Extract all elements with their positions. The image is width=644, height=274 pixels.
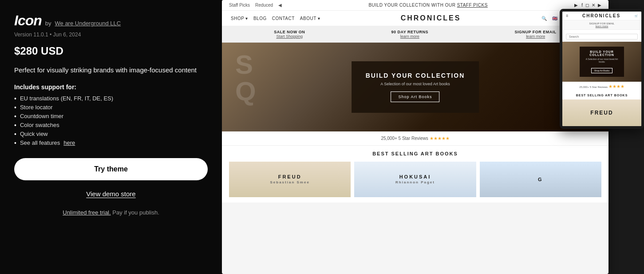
nav-about[interactable]: ABOUT ▾ bbox=[300, 16, 320, 21]
nav-blog[interactable]: BLOG bbox=[253, 16, 267, 21]
mobile-menu-icon: ☰ bbox=[566, 14, 568, 17]
mobile-product-freud[interactable]: FREUD bbox=[562, 99, 641, 126]
mobile-reviews: 25,000+ 5 Star Reviews ★★★★ bbox=[562, 82, 641, 91]
price: $280 USD bbox=[14, 45, 208, 57]
product-name-g: G bbox=[536, 176, 545, 183]
hero-cta-title: BUILD YOUR COLLECTION bbox=[366, 72, 465, 79]
nav-left: SHOP ▾ BLOG CONTACT ABOUT ▾ bbox=[231, 16, 320, 21]
sale-title-0: SALE NOW ON bbox=[274, 30, 305, 34]
try-theme-button[interactable]: Try theme bbox=[14, 158, 208, 180]
feature-countdown: Countdown timer bbox=[14, 112, 208, 121]
hero-cta-sub: A Selection of our most loved Art books bbox=[366, 82, 465, 86]
reviews-bar: 25,000+ 5 Star Reviews ★★★★★ bbox=[222, 131, 608, 146]
browser-main-mockup: Staff Picks Reduced ◀ BUILD YOUR COLLECT… bbox=[222, 0, 608, 274]
hero-cta-box: BUILD YOUR COLLECTION A Selection of our… bbox=[352, 61, 479, 113]
mobile-sale-banner: SIGNUP FOR EMAIL learn more bbox=[562, 20, 641, 30]
company-link[interactable]: We are Underground LLC bbox=[55, 20, 121, 27]
mobile-logo: CHRONICLES bbox=[582, 13, 620, 18]
sale-banner: SALE NOW ON Start Shopping 90 DAY RETURN… bbox=[222, 26, 608, 43]
nav-contact[interactable]: CONTACT bbox=[272, 16, 295, 21]
reduced-link: Reduced bbox=[255, 3, 273, 8]
features-list: EU translations (EN, FR, IT, DE, ES) Sto… bbox=[14, 94, 208, 147]
by-label: by bbox=[45, 20, 51, 27]
feature-all: See all features here bbox=[14, 139, 208, 147]
announce-right: ▶ f ◻ ✕ ▶ bbox=[574, 3, 601, 8]
instagram-icon: ◻ bbox=[585, 3, 589, 8]
nav-shop[interactable]: SHOP ▾ bbox=[231, 16, 248, 21]
section-title: BEST SELLING ART BOOKS bbox=[229, 151, 601, 156]
mobile-product-name-freud: FREUD bbox=[590, 110, 613, 116]
reviews-text: 25,000+ 5 Star Reviews bbox=[381, 136, 428, 141]
product-name-freud: FREUD bbox=[270, 173, 309, 180]
sale-item-2: SIGNUP FOR EMAIL learn more bbox=[514, 30, 556, 39]
product-img-hokusai: HOKUSAI Rhiannon Paget bbox=[354, 162, 476, 197]
twitter-icon: ✕ bbox=[592, 3, 595, 8]
mobile-stars: ★★★★ bbox=[608, 84, 624, 89]
left-panel: Icon by We are Underground LLC Version 1… bbox=[0, 0, 222, 274]
youtube-icon: ▶ bbox=[598, 3, 601, 8]
mobile-search bbox=[562, 30, 641, 42]
product-img-freud: FREUD Sebastian Smee bbox=[229, 162, 351, 197]
announce-nav-links: Staff Picks Reduced ◀ bbox=[229, 3, 282, 8]
features-link[interactable]: here bbox=[63, 139, 75, 146]
product-img-g: G bbox=[480, 162, 601, 197]
mobile-hero-btn[interactable]: Shop Art Books bbox=[591, 68, 612, 73]
hero-area: SQ BUILD YOUR COLLECTION A Selection of … bbox=[222, 43, 608, 131]
mobile-announce-bar: ☰ CHRONICLES 🛒 bbox=[562, 12, 641, 20]
app-title-row: Icon by We are Underground LLC bbox=[14, 12, 208, 29]
mobile-hero-box: BUILD YOUR COLLECTION A Selection of our… bbox=[580, 47, 624, 77]
flag-icon: 🇬🇧 bbox=[552, 16, 557, 21]
includes-heading: Includes support for: bbox=[14, 83, 208, 91]
product-sub-hokusai: Rhiannon Paget bbox=[395, 180, 435, 186]
sale-link-1[interactable]: learn more bbox=[391, 34, 429, 39]
arrow-right-icon: ▶ bbox=[574, 3, 578, 8]
app-title: Icon bbox=[14, 12, 42, 29]
feature-eu: EU translations (EN, FR, IT, DE, ES) bbox=[14, 94, 208, 103]
sale-item-0: SALE NOW ON Start Shopping bbox=[274, 30, 305, 39]
social-icons: f ◻ ✕ ▶ bbox=[581, 3, 601, 8]
product-name-hokusai: HOKUSAI bbox=[395, 173, 435, 180]
product-card-g[interactable]: G bbox=[480, 162, 601, 197]
mobile-hero-sub: A Selection of our most loved Art books bbox=[584, 58, 620, 63]
tagline: Perfect for visually striking brands wit… bbox=[14, 65, 208, 75]
mobile-cart-icon: 🛒 bbox=[635, 14, 638, 17]
sale-link-2[interactable]: learn more bbox=[514, 34, 556, 39]
product-card-freud[interactable]: FREUD Sebastian Smee bbox=[229, 162, 351, 197]
preview-container: Staff Picks Reduced ◀ BUILD YOUR COLLECT… bbox=[222, 0, 644, 274]
announce-bar: Staff Picks Reduced ◀ BUILD YOUR COLLECT… bbox=[222, 0, 608, 11]
arrow-left-icon: ◀ bbox=[278, 3, 282, 8]
staff-picks-link: Staff Picks bbox=[229, 3, 250, 8]
product-sub-freud: Sebastian Smee bbox=[270, 180, 309, 186]
mobile-search-input[interactable] bbox=[566, 34, 638, 40]
mobile-hero-title: BUILD YOUR COLLECTION bbox=[584, 50, 620, 56]
announce-center: BUILD YOUR COLLECTION WITH OUR STAFF PIC… bbox=[368, 3, 487, 8]
store-logo: CHRONICLES bbox=[329, 14, 532, 22]
search-icon[interactable]: 🔍 bbox=[541, 16, 547, 21]
sale-link-0[interactable]: Start Shopping bbox=[274, 34, 305, 39]
product-grid: FREUD Sebastian Smee HOKUSAI Rhiannon Pa… bbox=[229, 162, 601, 197]
hero-overlay-text: SQ bbox=[235, 52, 255, 105]
feature-swatches: Color swatches bbox=[14, 121, 208, 130]
right-panel: Staff Picks Reduced ◀ BUILD YOUR COLLECT… bbox=[222, 0, 644, 274]
stars: ★★★★★ bbox=[430, 136, 450, 141]
hero-cta-button[interactable]: Shop Art Books bbox=[391, 91, 439, 102]
view-demo-button[interactable]: View demo store bbox=[14, 186, 208, 202]
feature-quickview: Quick view bbox=[14, 130, 208, 139]
mobile-reviews-text: 25,000+ 5 Star Reviews bbox=[579, 86, 608, 88]
mobile-mockup: ☰ CHRONICLES 🛒 SIGNUP FOR EMAIL learn mo… bbox=[560, 9, 644, 129]
mobile-sale-link[interactable]: learn more bbox=[596, 25, 608, 28]
mobile-section-title: BEST SELLING ART BOOKS bbox=[562, 91, 641, 99]
product-card-hokusai[interactable]: HOKUSAI Rhiannon Paget bbox=[354, 162, 476, 197]
sale-item-1: 90 DAY RETURNS learn more bbox=[391, 30, 429, 39]
staff-picks-bold: STAFF PICKS bbox=[457, 3, 488, 8]
store-nav: SHOP ▾ BLOG CONTACT ABOUT ▾ CHRONICLES 🔍… bbox=[222, 11, 608, 26]
product-section: BEST SELLING ART BOOKS FREUD Sebastian S… bbox=[222, 146, 608, 203]
sale-title-2: SIGNUP FOR EMAIL bbox=[514, 30, 556, 34]
unlimited-trial-link[interactable]: Unlimited free trial. bbox=[63, 209, 111, 216]
feature-store: Store locator bbox=[14, 103, 208, 112]
facebook-icon: f bbox=[581, 3, 583, 8]
mobile-hero: BUILD YOUR COLLECTION A Selection of our… bbox=[562, 42, 641, 82]
version-line: Version 11.0.1 • Jun 6, 2024 bbox=[14, 32, 208, 38]
sale-title-1: 90 DAY RETURNS bbox=[391, 30, 429, 34]
trial-text: Unlimited free trial. Pay if you publish… bbox=[14, 209, 208, 216]
